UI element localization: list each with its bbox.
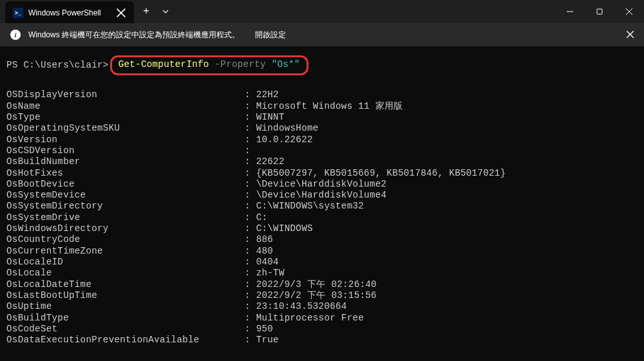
property-separator: : bbox=[245, 324, 256, 335]
property-key: OsBootDevice bbox=[6, 179, 245, 190]
tab-dropdown-button[interactable] bbox=[156, 2, 175, 21]
property-value: WindowsHome bbox=[256, 123, 319, 134]
property-value: WINNT bbox=[256, 112, 285, 123]
property-key: OsLocale bbox=[6, 268, 245, 279]
property-line: OsSystemDrive: C: bbox=[6, 212, 638, 223]
cmd-param: -Property bbox=[215, 59, 266, 70]
terminal-content[interactable]: PS C:\Users\clair> Get-ComputerInfo -Pro… bbox=[0, 46, 644, 355]
property-value: C:\WINDOWS\system32 bbox=[256, 201, 364, 212]
prompt-line: PS C:\Users\clair> Get-ComputerInfo -Pro… bbox=[6, 55, 638, 75]
prompt-text: PS C:\Users\clair> bbox=[6, 60, 109, 71]
property-line: OsLocale: zh-TW bbox=[6, 268, 638, 279]
property-key: OsHotFixes bbox=[6, 168, 245, 179]
property-line: OsHotFixes: {KB5007297, KB5015669, KB501… bbox=[6, 168, 638, 179]
property-key: OsLocaleID bbox=[6, 257, 245, 268]
property-line: OsBootDevice: \Device\HarddiskVolume2 bbox=[6, 179, 638, 190]
property-value: Microsoft Windows 11 家用版 bbox=[256, 101, 403, 112]
property-value: C: bbox=[256, 212, 268, 223]
property-value: True bbox=[256, 335, 279, 346]
property-value: 2022/9/2 下午 03:15:56 bbox=[256, 290, 377, 301]
property-line: OsSystemDevice: \Device\HarddiskVolume4 bbox=[6, 190, 638, 201]
property-separator: : bbox=[245, 134, 256, 145]
property-line: OSDisplayVersion: 22H2 bbox=[6, 89, 638, 100]
property-key: OsVersion bbox=[6, 134, 245, 145]
property-key: OsType bbox=[6, 112, 245, 123]
property-separator: : bbox=[245, 179, 256, 190]
property-key: OsLastBootUpTime bbox=[6, 290, 245, 301]
property-line: OsLocalDateTime: 2022/9/3 下午 02:26:40 bbox=[6, 279, 638, 290]
property-line: OsDataExecutionPreventionAvailable: True bbox=[6, 335, 638, 346]
property-key: OsCodeSet bbox=[6, 324, 245, 335]
powershell-icon: >_ bbox=[13, 8, 23, 18]
property-line: OsOperatingSystemSKU: WindowsHome bbox=[6, 123, 638, 134]
property-value: C:\WINDOWS bbox=[256, 223, 313, 234]
property-separator: : bbox=[245, 301, 256, 312]
property-separator: : bbox=[245, 212, 256, 223]
close-window-button[interactable] bbox=[614, 0, 644, 23]
property-separator: : bbox=[245, 313, 256, 324]
property-separator: : bbox=[245, 123, 256, 134]
property-value: Multiprocessor Free bbox=[256, 313, 364, 324]
property-value: 22622 bbox=[256, 156, 285, 167]
maximize-button[interactable] bbox=[585, 0, 614, 23]
property-separator: : bbox=[245, 89, 256, 100]
property-key: OsBuildNumber bbox=[6, 156, 245, 167]
property-line: OsCSDVersion: bbox=[6, 145, 638, 156]
tab-title: Windows PowerShell bbox=[28, 8, 111, 17]
window-controls bbox=[555, 0, 644, 23]
property-value: 23:10:43.5320664 bbox=[256, 301, 347, 312]
property-key: OsSystemDevice bbox=[6, 190, 245, 201]
property-key: OsLocalDateTime bbox=[6, 279, 245, 290]
property-value: zh-TW bbox=[256, 268, 285, 279]
titlebar: >_ Windows PowerShell + bbox=[0, 0, 644, 23]
minimize-button[interactable] bbox=[555, 0, 585, 23]
property-line: OsCurrentTimeZone: 480 bbox=[6, 246, 638, 257]
infobar: i Windows 終端機可在您的設定中設定為預設終端機應用程式。 開啟設定 bbox=[0, 23, 644, 46]
new-tab-button[interactable]: + bbox=[137, 2, 156, 21]
cmd-string: "Os*" bbox=[272, 59, 300, 70]
property-separator: : bbox=[245, 234, 256, 245]
property-value: 886 bbox=[256, 234, 273, 245]
property-line: OsLocaleID: 0404 bbox=[6, 257, 638, 268]
property-line: OsVersion: 10.0.22622 bbox=[6, 134, 638, 145]
property-key: OsCurrentTimeZone bbox=[6, 246, 245, 257]
property-key: OSDisplayVersion bbox=[6, 89, 245, 100]
tab-powershell[interactable]: >_ Windows PowerShell bbox=[5, 1, 134, 24]
property-separator: : bbox=[245, 168, 256, 179]
property-separator: : bbox=[245, 145, 256, 156]
property-key: OsOperatingSystemSKU bbox=[6, 123, 245, 134]
property-separator: : bbox=[245, 257, 256, 268]
property-key: OsWindowsDirectory bbox=[6, 223, 245, 234]
command-output: OSDisplayVersion: 22H2OsName: Microsoft … bbox=[6, 89, 638, 346]
open-settings-link[interactable]: 開啟設定 bbox=[255, 30, 286, 41]
property-separator: : bbox=[245, 268, 256, 279]
property-key: OsBuildType bbox=[6, 313, 245, 324]
property-separator: : bbox=[245, 156, 256, 167]
property-line: OsWindowsDirectory: C:\WINDOWS bbox=[6, 223, 638, 234]
property-key: OsDataExecutionPreventionAvailable bbox=[6, 335, 245, 346]
property-line: OsLastBootUpTime: 2022/9/2 下午 03:15:56 bbox=[6, 290, 638, 301]
property-value: 0404 bbox=[256, 257, 279, 268]
close-tab-icon[interactable] bbox=[116, 8, 126, 18]
property-value: 22H2 bbox=[256, 89, 279, 100]
property-line: OsSystemDirectory: C:\WINDOWS\system32 bbox=[6, 201, 638, 212]
property-key: OsCountryCode bbox=[6, 234, 245, 245]
info-icon: i bbox=[10, 30, 21, 40]
property-value: 10.0.22622 bbox=[256, 134, 313, 145]
infobar-close-icon[interactable] bbox=[627, 30, 634, 40]
property-line: OsUptime: 23:10:43.5320664 bbox=[6, 301, 638, 312]
property-separator: : bbox=[245, 279, 256, 290]
property-separator: : bbox=[245, 190, 256, 201]
property-value: 480 bbox=[256, 246, 273, 257]
property-line: OsBuildType: Multiprocessor Free bbox=[6, 313, 638, 324]
cmdlet: Get-ComputerInfo bbox=[118, 59, 209, 70]
property-line: OsName: Microsoft Windows 11 家用版 bbox=[6, 101, 638, 112]
property-key: OsSystemDrive bbox=[6, 212, 245, 223]
property-separator: : bbox=[245, 290, 256, 301]
property-value: 950 bbox=[256, 324, 273, 335]
infobar-message: Windows 終端機可在您的設定中設定為預設終端機應用程式。 bbox=[28, 30, 240, 41]
property-separator: : bbox=[245, 201, 256, 212]
property-value: \Device\HarddiskVolume4 bbox=[256, 190, 387, 201]
property-line: OsBuildNumber: 22622 bbox=[6, 156, 638, 167]
property-key: OsCSDVersion bbox=[6, 145, 245, 156]
